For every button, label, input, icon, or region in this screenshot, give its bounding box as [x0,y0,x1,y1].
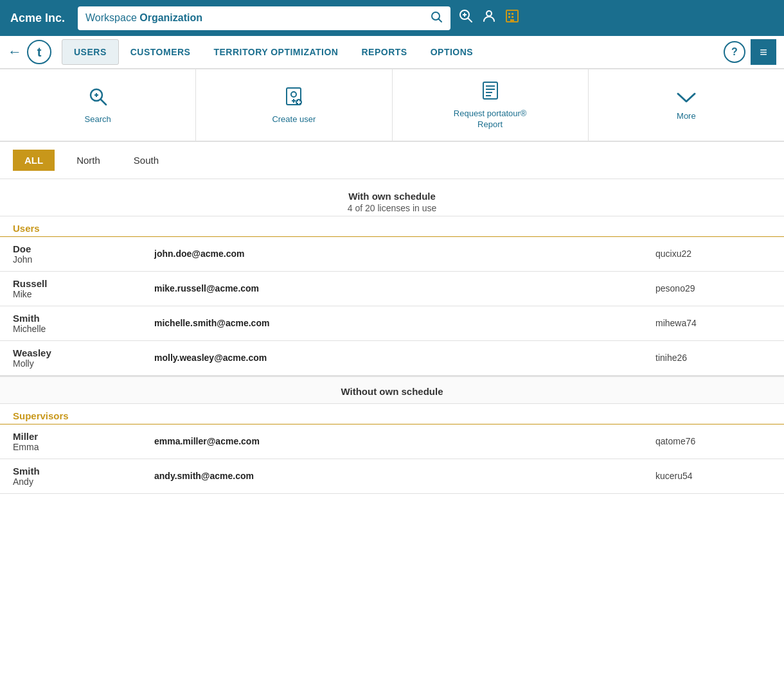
tab-south[interactable]: South [122,150,170,171]
user-email-russell: mike.russell@acme.com [154,283,655,293]
svg-line-14 [101,100,106,105]
user-row-weasley[interactable]: Weasley Molly molly.weasley@acme.com tin… [0,341,784,376]
user-username-doe: qucixu22 [655,249,771,259]
user-firstname-smith-m: Michelle [13,324,154,334]
toolbar-search[interactable]: Search [0,69,196,141]
nav-item-options[interactable]: OPTIONS [419,35,485,69]
search-tool-icon [87,85,109,110]
supervisor-firstname-miller: Emma [13,442,154,452]
svg-line-1 [439,19,442,22]
svg-rect-9 [512,13,513,15]
top-header: Acme Inc. Workspace Organization [0,0,784,36]
tab-all[interactable]: ALL [13,150,55,171]
user-row-russell[interactable]: Russell Mike mike.russell@acme.com peson… [0,272,784,306]
user-username-weasley: tinihe26 [655,353,771,363]
without-schedule-header: Without own schedule [0,376,784,404]
nav-bar: ← t USERS CUSTOMERS TERRITORY OPTIMIZATI… [0,36,784,69]
user-username-russell: pesono29 [655,283,771,293]
create-user-icon [283,85,305,110]
nav-logo: t [27,40,51,64]
report-label: Request portatour®Report [454,109,527,130]
supervisor-firstname-smith-a: Andy [13,477,154,487]
svg-rect-24 [483,82,497,99]
user-row-doe[interactable]: Doe John john.doe@acme.com qucixu22 [0,237,784,272]
search-bar[interactable]: Workspace Organization [78,6,450,30]
toolbar-report[interactable]: Request portatour®Report [393,69,589,141]
supervisor-email-miller: emma.miller@acme.com [154,436,655,446]
user-row-smith-michelle[interactable]: Smith Michelle michelle.smith@acme.com m… [0,306,784,341]
tab-north[interactable]: North [65,150,112,171]
user-firstname-russell: Mike [13,289,154,299]
zoom-icon[interactable] [458,8,474,28]
supervisor-lastname-miller: Miller [13,431,154,442]
search-input[interactable] [208,12,425,24]
help-button[interactable]: ? [724,41,745,63]
supervisor-row-miller[interactable]: Miller Emma emma.miller@acme.com qatome7… [0,424,784,459]
svg-point-18 [291,92,296,97]
users-list: Doe John john.doe@acme.com qucixu22 Russ… [0,237,784,376]
user-lastname-weasley: Weasley [13,347,154,358]
user-username-smith-m: mihewa74 [655,318,771,328]
search-text: Workspace Organization [85,12,202,24]
report-icon [479,80,501,105]
svg-rect-12 [510,19,514,22]
supervisors-list: Miller Emma emma.miller@acme.com qatome7… [0,424,784,494]
user-email-weasley: molly.weasley@acme.com [154,353,655,363]
search-tool-label: Search [85,114,111,124]
nav-item-territory[interactable]: TERRITORY OPTIMIZATION [202,35,350,69]
supervisor-email-smith-a: andy.smith@acme.com [154,471,655,481]
nav-item-customers[interactable]: CUSTOMERS [119,35,202,69]
supervisor-lastname-smith-a: Smith [13,466,154,477]
more-label: More [677,111,696,121]
svg-point-6 [486,11,492,16]
nav-item-users[interactable]: USERS [62,39,119,65]
back-button[interactable]: ← [8,44,22,60]
user-firstname-doe: John [13,254,154,265]
menu-button[interactable]: ≡ [751,39,776,65]
nav-item-reports[interactable]: REPORTS [350,35,418,69]
svg-rect-10 [508,16,510,18]
supervisor-username-miller: qatome76 [655,436,771,446]
toolbar-more[interactable]: More [589,69,784,141]
supervisors-category-label: Supervisors [0,404,784,424]
building-icon[interactable] [504,8,520,28]
user-email-smith-m: michelle.smith@acme.com [154,318,655,328]
tabs-bar: ALL North South [0,142,784,179]
with-schedule-subtitle: 4 of 20 licenses in use [0,203,784,213]
svg-rect-8 [508,13,510,15]
more-icon [675,89,697,107]
toolbar-create-user[interactable]: Create user [196,69,392,141]
user-lastname-smith-m: Smith [13,313,154,324]
user-icon[interactable] [481,8,497,28]
without-schedule-title: Without own schedule [0,386,784,397]
user-email-doe: john.doe@acme.com [154,249,655,259]
user-lastname-russell: Russell [13,278,154,289]
with-schedule-title: With own schedule [0,191,784,202]
header-icons [458,8,520,28]
users-category-label: Users [0,216,784,237]
create-user-label: Create user [272,114,316,124]
app-title: Acme Inc. [10,12,65,25]
supervisor-username-smith-a: kuceru54 [655,471,771,481]
user-lastname-doe: Doe [13,243,154,254]
user-firstname-weasley: Molly [13,358,154,369]
svg-rect-11 [512,16,513,18]
with-schedule-header: With own schedule 4 of 20 licenses in us… [0,179,784,216]
toolbar: Search Create user [0,69,784,142]
svg-line-3 [468,19,472,22]
search-icon [430,10,443,26]
supervisor-row-smith-andy[interactable]: Smith Andy andy.smith@acme.com kuceru54 [0,459,784,494]
